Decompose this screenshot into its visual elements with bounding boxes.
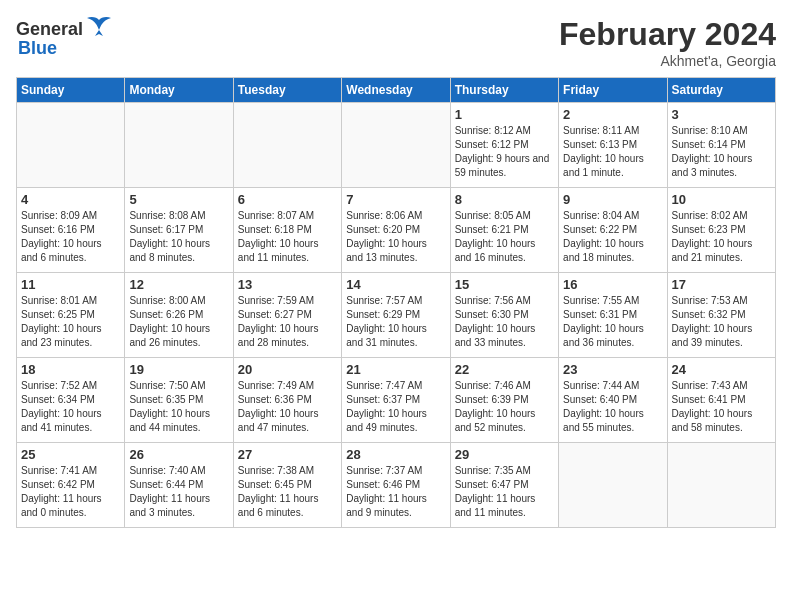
cell-w1-d4 (342, 103, 450, 188)
cell-w2-d6: 9Sunrise: 8:04 AMSunset: 6:22 PMDaylight… (559, 188, 667, 273)
day-info: Sunrise: 7:47 AMSunset: 6:37 PMDaylight:… (346, 379, 445, 435)
day-number: 26 (129, 447, 228, 462)
cell-w4-d2: 19Sunrise: 7:50 AMSunset: 6:35 PMDayligh… (125, 358, 233, 443)
day-info: Sunrise: 8:10 AMSunset: 6:14 PMDaylight:… (672, 124, 771, 180)
day-number: 10 (672, 192, 771, 207)
cell-w3-d3: 13Sunrise: 7:59 AMSunset: 6:27 PMDayligh… (233, 273, 341, 358)
cell-w4-d1: 18Sunrise: 7:52 AMSunset: 6:34 PMDayligh… (17, 358, 125, 443)
day-info: Sunrise: 7:53 AMSunset: 6:32 PMDaylight:… (672, 294, 771, 350)
day-number: 11 (21, 277, 120, 292)
week-row-5: 25Sunrise: 7:41 AMSunset: 6:42 PMDayligh… (17, 443, 776, 528)
cell-w2-d2: 5Sunrise: 8:08 AMSunset: 6:17 PMDaylight… (125, 188, 233, 273)
col-tuesday: Tuesday (233, 78, 341, 103)
month-year-title: February 2024 (559, 16, 776, 53)
day-info: Sunrise: 8:11 AMSunset: 6:13 PMDaylight:… (563, 124, 662, 180)
cell-w1-d5: 1Sunrise: 8:12 AMSunset: 6:12 PMDaylight… (450, 103, 558, 188)
day-number: 12 (129, 277, 228, 292)
week-row-4: 18Sunrise: 7:52 AMSunset: 6:34 PMDayligh… (17, 358, 776, 443)
day-info: Sunrise: 7:35 AMSunset: 6:47 PMDaylight:… (455, 464, 554, 520)
cell-w5-d2: 26Sunrise: 7:40 AMSunset: 6:44 PMDayligh… (125, 443, 233, 528)
col-sunday: Sunday (17, 78, 125, 103)
cell-w2-d5: 8Sunrise: 8:05 AMSunset: 6:21 PMDaylight… (450, 188, 558, 273)
day-info: Sunrise: 8:07 AMSunset: 6:18 PMDaylight:… (238, 209, 337, 265)
col-monday: Monday (125, 78, 233, 103)
cell-w1-d1 (17, 103, 125, 188)
day-info: Sunrise: 7:52 AMSunset: 6:34 PMDaylight:… (21, 379, 120, 435)
cell-w2-d7: 10Sunrise: 8:02 AMSunset: 6:23 PMDayligh… (667, 188, 775, 273)
day-info: Sunrise: 7:41 AMSunset: 6:42 PMDaylight:… (21, 464, 120, 520)
day-number: 1 (455, 107, 554, 122)
day-number: 3 (672, 107, 771, 122)
col-friday: Friday (559, 78, 667, 103)
day-number: 28 (346, 447, 445, 462)
cell-w2-d3: 6Sunrise: 8:07 AMSunset: 6:18 PMDaylight… (233, 188, 341, 273)
cell-w4-d7: 24Sunrise: 7:43 AMSunset: 6:41 PMDayligh… (667, 358, 775, 443)
day-number: 16 (563, 277, 662, 292)
calendar-table: Sunday Monday Tuesday Wednesday Thursday… (16, 77, 776, 528)
col-thursday: Thursday (450, 78, 558, 103)
col-wednesday: Wednesday (342, 78, 450, 103)
day-number: 14 (346, 277, 445, 292)
cell-w4-d5: 22Sunrise: 7:46 AMSunset: 6:39 PMDayligh… (450, 358, 558, 443)
day-number: 23 (563, 362, 662, 377)
logo-bird-icon (85, 16, 113, 38)
logo-general-text: General (16, 19, 83, 40)
cell-w3-d5: 15Sunrise: 7:56 AMSunset: 6:30 PMDayligh… (450, 273, 558, 358)
day-number: 17 (672, 277, 771, 292)
week-row-1: 1Sunrise: 8:12 AMSunset: 6:12 PMDaylight… (17, 103, 776, 188)
day-number: 18 (21, 362, 120, 377)
day-number: 29 (455, 447, 554, 462)
cell-w2-d4: 7Sunrise: 8:06 AMSunset: 6:20 PMDaylight… (342, 188, 450, 273)
day-number: 21 (346, 362, 445, 377)
day-info: Sunrise: 8:00 AMSunset: 6:26 PMDaylight:… (129, 294, 228, 350)
day-number: 15 (455, 277, 554, 292)
day-info: Sunrise: 7:44 AMSunset: 6:40 PMDaylight:… (563, 379, 662, 435)
day-number: 27 (238, 447, 337, 462)
day-info: Sunrise: 7:49 AMSunset: 6:36 PMDaylight:… (238, 379, 337, 435)
cell-w3-d6: 16Sunrise: 7:55 AMSunset: 6:31 PMDayligh… (559, 273, 667, 358)
cell-w1-d7: 3Sunrise: 8:10 AMSunset: 6:14 PMDaylight… (667, 103, 775, 188)
cell-w5-d5: 29Sunrise: 7:35 AMSunset: 6:47 PMDayligh… (450, 443, 558, 528)
week-row-2: 4Sunrise: 8:09 AMSunset: 6:16 PMDaylight… (17, 188, 776, 273)
cell-w5-d4: 28Sunrise: 7:37 AMSunset: 6:46 PMDayligh… (342, 443, 450, 528)
day-number: 6 (238, 192, 337, 207)
day-number: 19 (129, 362, 228, 377)
day-info: Sunrise: 7:46 AMSunset: 6:39 PMDaylight:… (455, 379, 554, 435)
cell-w4-d3: 20Sunrise: 7:49 AMSunset: 6:36 PMDayligh… (233, 358, 341, 443)
day-number: 13 (238, 277, 337, 292)
cell-w1-d6: 2Sunrise: 8:11 AMSunset: 6:13 PMDaylight… (559, 103, 667, 188)
cell-w2-d1: 4Sunrise: 8:09 AMSunset: 6:16 PMDaylight… (17, 188, 125, 273)
day-info: Sunrise: 7:55 AMSunset: 6:31 PMDaylight:… (563, 294, 662, 350)
cell-w5-d6 (559, 443, 667, 528)
logo: General Blue (16, 16, 113, 59)
logo-blue-text: Blue (18, 38, 57, 59)
day-number: 9 (563, 192, 662, 207)
cell-w3-d4: 14Sunrise: 7:57 AMSunset: 6:29 PMDayligh… (342, 273, 450, 358)
day-info: Sunrise: 8:09 AMSunset: 6:16 PMDaylight:… (21, 209, 120, 265)
day-info: Sunrise: 7:59 AMSunset: 6:27 PMDaylight:… (238, 294, 337, 350)
day-number: 24 (672, 362, 771, 377)
day-info: Sunrise: 7:57 AMSunset: 6:29 PMDaylight:… (346, 294, 445, 350)
day-info: Sunrise: 8:05 AMSunset: 6:21 PMDaylight:… (455, 209, 554, 265)
day-info: Sunrise: 7:56 AMSunset: 6:30 PMDaylight:… (455, 294, 554, 350)
page-header: General Blue February 2024 Akhmet'a, Geo… (16, 16, 776, 69)
day-info: Sunrise: 7:37 AMSunset: 6:46 PMDaylight:… (346, 464, 445, 520)
day-info: Sunrise: 7:43 AMSunset: 6:41 PMDaylight:… (672, 379, 771, 435)
week-row-3: 11Sunrise: 8:01 AMSunset: 6:25 PMDayligh… (17, 273, 776, 358)
cell-w5-d7 (667, 443, 775, 528)
cell-w5-d3: 27Sunrise: 7:38 AMSunset: 6:45 PMDayligh… (233, 443, 341, 528)
cell-w4-d4: 21Sunrise: 7:47 AMSunset: 6:37 PMDayligh… (342, 358, 450, 443)
cell-w3-d7: 17Sunrise: 7:53 AMSunset: 6:32 PMDayligh… (667, 273, 775, 358)
cell-w4-d6: 23Sunrise: 7:44 AMSunset: 6:40 PMDayligh… (559, 358, 667, 443)
day-number: 20 (238, 362, 337, 377)
location-subtitle: Akhmet'a, Georgia (559, 53, 776, 69)
cell-w1-d3 (233, 103, 341, 188)
day-info: Sunrise: 8:01 AMSunset: 6:25 PMDaylight:… (21, 294, 120, 350)
day-info: Sunrise: 8:02 AMSunset: 6:23 PMDaylight:… (672, 209, 771, 265)
day-number: 7 (346, 192, 445, 207)
cell-w1-d2 (125, 103, 233, 188)
day-info: Sunrise: 8:04 AMSunset: 6:22 PMDaylight:… (563, 209, 662, 265)
cell-w3-d2: 12Sunrise: 8:00 AMSunset: 6:26 PMDayligh… (125, 273, 233, 358)
cell-w5-d1: 25Sunrise: 7:41 AMSunset: 6:42 PMDayligh… (17, 443, 125, 528)
day-info: Sunrise: 7:38 AMSunset: 6:45 PMDaylight:… (238, 464, 337, 520)
